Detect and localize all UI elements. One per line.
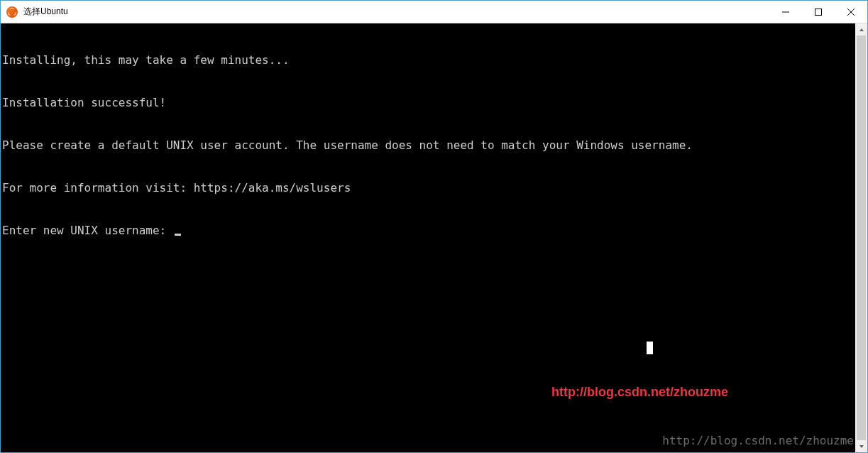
terminal-line: Installation successful! bbox=[2, 96, 854, 110]
vertical-scrollbar[interactable] bbox=[855, 23, 867, 452]
text-cursor bbox=[175, 234, 181, 236]
window: 选择Ubuntu Installing, this may take a few… bbox=[0, 0, 868, 453]
mouse-cursor-icon bbox=[647, 342, 653, 354]
scroll-thumb[interactable] bbox=[857, 36, 866, 440]
svg-marker-4 bbox=[859, 28, 864, 31]
ubuntu-icon bbox=[6, 6, 18, 18]
minimize-button[interactable] bbox=[769, 1, 802, 23]
terminal-prompt-line: Enter new UNIX username: bbox=[2, 224, 854, 238]
maximize-button[interactable] bbox=[802, 1, 835, 23]
window-controls bbox=[769, 1, 867, 23]
terminal-container: Installing, this may take a few minutes.… bbox=[1, 23, 867, 452]
terminal-line: For more information visit: https://aka.… bbox=[2, 181, 854, 195]
scroll-up-button[interactable] bbox=[855, 23, 867, 36]
titlebar[interactable]: 选择Ubuntu bbox=[1, 1, 867, 23]
scroll-down-button[interactable] bbox=[855, 440, 867, 452]
scroll-track[interactable] bbox=[855, 36, 867, 440]
window-title: 选择Ubuntu bbox=[23, 6, 769, 18]
close-button[interactable] bbox=[835, 1, 867, 23]
terminal-prompt-text: Enter new UNIX username: bbox=[2, 224, 173, 237]
terminal-line: Installing, this may take a few minutes.… bbox=[2, 53, 854, 67]
watermark-red: http://blog.csdn.net/zhouzme bbox=[551, 385, 728, 399]
svg-rect-1 bbox=[815, 9, 822, 15]
svg-marker-5 bbox=[859, 445, 864, 448]
terminal[interactable]: Installing, this may take a few minutes.… bbox=[1, 23, 855, 452]
watermark-gray: http://blog.csdn.net/zhouzme bbox=[662, 434, 854, 448]
terminal-line: Please create a default UNIX user accoun… bbox=[2, 138, 854, 153]
